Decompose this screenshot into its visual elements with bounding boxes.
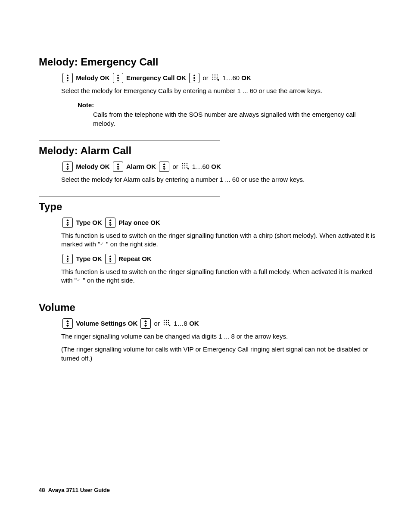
svg-point-6 <box>212 79 213 80</box>
svg-point-16 <box>164 320 165 321</box>
body-volume-2: (The ringer signalling volume for calls … <box>61 345 377 363</box>
nav-key-icon <box>105 218 115 228</box>
note-label: Note: <box>78 101 377 109</box>
nav-alarm: Melody OK Alarm OK or 1…60 OK <box>61 161 377 173</box>
nav-step: Melody <box>76 74 98 81</box>
nav-or: or <box>154 320 160 327</box>
nav-ok: OK <box>128 320 138 327</box>
body-volume-1: The ringer signalling volume can be chan… <box>61 332 377 341</box>
nav-ok: OK <box>241 74 251 81</box>
nav-range: 1…8 <box>174 320 187 327</box>
nav-step: Melody <box>76 163 98 170</box>
nav-ok: OK <box>92 219 102 226</box>
nav-volume: Volume Settings OK or 1…8 OK <box>61 318 377 330</box>
heading-emergency: Melody: Emergency Call <box>39 56 377 68</box>
body-type-repeat: This function is used to switch on the r… <box>61 268 377 285</box>
keypad-icon <box>163 319 171 328</box>
section-volume: Volume Volume Settings OK or 1…8 OK The … <box>39 302 377 363</box>
nav-step: Volume Settings <box>76 320 126 327</box>
nav-step: Alarm <box>126 163 145 170</box>
nav-ok: OK <box>177 74 187 81</box>
svg-point-21 <box>168 322 169 323</box>
body-emergency: Select the melody for Emergency Calls by… <box>61 87 377 95</box>
svg-point-13 <box>187 165 187 166</box>
svg-point-0 <box>212 75 213 75</box>
nav-step: Emergency Call <box>126 74 175 81</box>
nav-ok: OK <box>100 74 110 81</box>
nav-key-icon <box>62 73 73 83</box>
heading-type: Type <box>39 201 377 213</box>
nav-key-icon <box>62 318 73 329</box>
section-emergency: Melody: Emergency Call Melody OK Emergen… <box>39 56 377 128</box>
nav-type-playonce: Type OK Play once OK <box>61 217 377 229</box>
heading-volume: Volume <box>39 302 377 314</box>
nav-or: or <box>172 163 178 170</box>
svg-point-2 <box>217 75 218 75</box>
nav-step: Type <box>76 219 90 226</box>
page-content: Melody: Emergency Call Melody OK Emergen… <box>0 0 411 363</box>
nav-or: or <box>202 74 208 81</box>
nav-ok: OK <box>150 219 160 226</box>
svg-point-17 <box>166 320 167 321</box>
keypad-icon <box>212 74 219 82</box>
nav-step: Type <box>76 255 90 262</box>
note-block: Note: Calls from the telephone with the … <box>78 101 377 128</box>
svg-point-15 <box>184 168 185 168</box>
svg-point-11 <box>182 165 183 166</box>
svg-point-5 <box>217 77 218 78</box>
svg-point-19 <box>164 322 165 323</box>
nav-ok: OK <box>211 163 221 170</box>
svg-point-12 <box>184 165 185 166</box>
nav-key-icon <box>140 318 151 329</box>
svg-point-22 <box>164 324 165 325</box>
svg-point-1 <box>215 75 215 75</box>
svg-point-7 <box>215 79 215 80</box>
svg-point-18 <box>168 320 169 321</box>
section-divider <box>39 196 220 196</box>
note-text: Calls from the telephone with the SOS nu… <box>93 110 377 128</box>
checkmark-icon <box>77 279 83 283</box>
nav-key-icon <box>113 73 123 83</box>
section-alarm: Melody: Alarm Call Melody OK Alarm OK or… <box>39 145 377 184</box>
doc-title: Avaya 3711 User Guide <box>48 487 110 493</box>
nav-range: 1…60 <box>222 74 240 81</box>
svg-point-23 <box>166 324 167 325</box>
svg-point-4 <box>215 77 215 78</box>
nav-key-icon <box>62 162 73 172</box>
body-type-playonce: This function is used to switch on the r… <box>61 231 377 249</box>
section-divider <box>39 140 220 140</box>
nav-ok: OK <box>92 255 102 262</box>
body-fragment: " on the right side. <box>106 240 158 248</box>
nav-key-icon <box>113 162 123 172</box>
nav-step: Repeat <box>118 255 140 262</box>
svg-point-10 <box>187 163 187 164</box>
nav-key-icon <box>62 218 73 228</box>
keypad-icon <box>181 162 189 171</box>
svg-point-9 <box>184 163 185 164</box>
svg-point-14 <box>182 168 183 168</box>
body-alarm: Select the melody for Alarm calls by ent… <box>61 175 377 184</box>
page-number: 48 <box>39 487 45 493</box>
nav-range: 1…60 <box>192 163 209 170</box>
svg-point-8 <box>182 163 183 164</box>
nav-ok: OK <box>189 320 199 327</box>
nav-ok: OK <box>146 163 156 170</box>
body-fragment: " on the right side. <box>83 277 134 284</box>
nav-key-icon <box>189 73 199 83</box>
nav-key-icon <box>62 254 73 264</box>
page-footer: 48 Avaya 3711 User Guide <box>39 487 110 493</box>
section-type: Type Type OK Play once OK This function … <box>39 201 377 285</box>
heading-alarm: Melody: Alarm Call <box>39 145 377 157</box>
nav-key-icon <box>159 162 169 172</box>
svg-point-20 <box>166 322 167 323</box>
nav-ok: OK <box>100 163 110 170</box>
nav-key-icon <box>105 254 115 264</box>
section-divider <box>39 297 220 297</box>
nav-type-repeat: Type OK Repeat OK <box>61 253 377 265</box>
checkmark-icon <box>100 243 106 247</box>
nav-ok: OK <box>142 255 152 262</box>
nav-emergency: Melody OK Emergency Call OK or 1…60 OK <box>61 72 377 84</box>
svg-point-3 <box>212 77 213 78</box>
nav-step: Play once <box>118 219 149 226</box>
